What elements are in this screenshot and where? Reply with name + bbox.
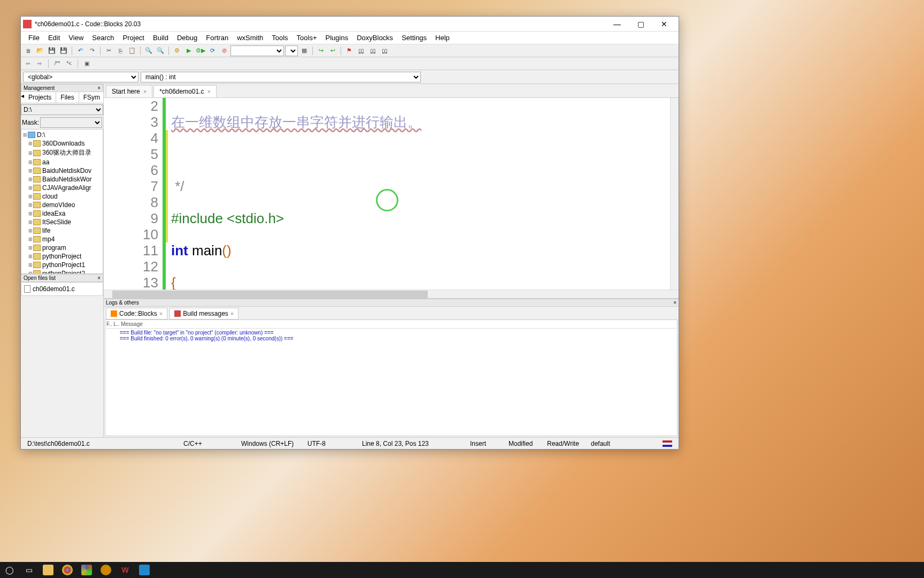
run-doc-icon[interactable]: ▣ <box>82 59 91 69</box>
save-all-icon[interactable]: 💾 <box>58 45 69 56</box>
tab-close-icon[interactable]: × <box>159 310 163 317</box>
tree-item[interactable]: ⊞BaiduNetdiskDov <box>22 166 102 175</box>
tab-close-icon[interactable]: × <box>143 88 147 95</box>
close-button[interactable]: ✕ <box>656 19 672 29</box>
open-file-item[interactable]: ch06demo01.c <box>23 284 101 294</box>
taskbar[interactable]: ◯ ▭ W <box>0 562 924 578</box>
tree-item[interactable]: ⊞360驱动大师目录 <box>22 148 102 158</box>
menu-settings[interactable]: Settings <box>397 33 431 43</box>
build-run-icon[interactable]: ⚙▶ <box>195 45 206 56</box>
app3-icon[interactable] <box>137 564 152 576</box>
menu-view[interactable]: View <box>64 33 88 43</box>
menu-file[interactable]: File <box>24 33 44 43</box>
code-content[interactable]: 在一维数组中存放一串字符并进行输出。 */ #include <stdio.h>… <box>168 98 670 290</box>
vertical-scrollbar[interactable] <box>670 98 679 290</box>
tab-close-icon[interactable]: × <box>207 88 211 95</box>
menu-search[interactable]: Search <box>88 33 118 43</box>
tree-item[interactable]: ⊞ItSecSlide <box>22 218 102 226</box>
comment2-icon[interactable]: *< <box>64 59 74 69</box>
code-area[interactable]: 234567891011121314 在一维数组中存放一串字符并进行输出。 */… <box>104 98 679 290</box>
tree-item[interactable]: ⊞ideaExa <box>22 209 102 218</box>
menu-build[interactable]: Build <box>149 33 173 43</box>
tree-item[interactable]: ⊞D:\ <box>22 131 102 139</box>
tree-item[interactable]: ⊞pythonProject <box>22 252 102 261</box>
comment-icon[interactable]: /** <box>52 59 62 69</box>
bookmark-icon[interactable]: 🕮 <box>356 45 366 56</box>
step-icon[interactable]: ↪ <box>315 45 326 56</box>
scope-function-select[interactable]: main() : int <box>141 72 421 82</box>
target-select2[interactable] <box>285 45 298 56</box>
target-select[interactable] <box>230 45 284 56</box>
maximize-button[interactable]: ▢ <box>633 19 649 29</box>
tree-item[interactable]: ⊞360Downloads <box>22 139 102 148</box>
menu-doxyblocks[interactable]: DoxyBlocks <box>352 33 397 43</box>
tool-icon[interactable]: ▦ <box>299 45 310 56</box>
open-icon[interactable]: 📂 <box>35 45 45 56</box>
horizontal-scrollbar[interactable] <box>104 290 679 298</box>
menu-fortran[interactable]: Fortran <box>202 33 233 43</box>
menu-edit[interactable]: Edit <box>44 33 64 43</box>
wps-icon[interactable]: W <box>118 564 133 576</box>
file-tree[interactable]: ⊞D:\⊞360Downloads⊞360驱动大师目录⊞aa⊞BaiduNetd… <box>21 129 103 274</box>
taskview-icon[interactable]: ▭ <box>21 564 36 576</box>
tree-item[interactable]: ⊞cloud <box>22 192 102 201</box>
bookmark2-icon[interactable]: 🕮 <box>367 45 378 56</box>
tab-files[interactable]: Files <box>56 92 79 103</box>
build-icon[interactable]: ⚙ <box>172 45 182 56</box>
editor-tab-start[interactable]: Start here × <box>106 85 152 97</box>
tree-item[interactable]: ⊞aa <box>22 158 102 166</box>
tab-close-icon[interactable]: × <box>230 310 234 317</box>
tree-item[interactable]: ⊞demoVIdeo <box>22 201 102 209</box>
tree-item[interactable]: ⊞CJAVAgradeAligr <box>22 184 102 192</box>
panel-close-icon[interactable]: × <box>97 275 101 281</box>
tree-item[interactable]: ⊞pythonProject1 <box>22 261 102 269</box>
paste-icon[interactable]: 📋 <box>127 45 137 56</box>
start-button[interactable]: ◯ <box>2 564 17 576</box>
new-file-icon[interactable]: 🗎 <box>23 45 34 56</box>
menu-debug[interactable]: Debug <box>173 33 202 43</box>
log-tab-build[interactable]: Build messages × <box>170 308 238 320</box>
panel-close-icon[interactable]: × <box>673 300 676 306</box>
tab-fsymbols[interactable]: FSym <box>79 92 105 103</box>
app-icon[interactable] <box>79 564 94 576</box>
find-icon[interactable]: 🔍 <box>143 45 154 56</box>
panel-close-icon[interactable]: × <box>97 85 101 91</box>
step2-icon[interactable]: ↩ <box>327 45 338 56</box>
redo-icon[interactable]: ↷ <box>87 45 97 56</box>
menu-project[interactable]: Project <box>119 33 149 43</box>
drive-select[interactable]: D:\ <box>21 104 103 115</box>
undo-icon[interactable]: ↶ <box>75 45 86 56</box>
app2-icon[interactable] <box>98 564 113 576</box>
cut-icon[interactable]: ✂ <box>103 45 114 56</box>
scope-global-select[interactable]: <global> <box>23 72 138 82</box>
minimize-button[interactable]: — <box>609 19 625 29</box>
menu-plugins[interactable]: Plugins <box>321 33 353 43</box>
rebuild-icon[interactable]: ⟳ <box>207 45 218 56</box>
run-icon[interactable]: ▶ <box>183 45 194 56</box>
editor-tab-file[interactable]: *ch06demo01.c × <box>153 85 217 97</box>
abort-icon[interactable]: ⊘ <box>219 45 229 56</box>
tree-item[interactable]: ⊞mp4 <box>22 235 102 244</box>
tree-item[interactable]: ⊞BaiduNetdiskWor <box>22 175 102 184</box>
replace-icon[interactable]: 🔍 <box>155 45 166 56</box>
menu-toolsplus[interactable]: Tools+ <box>292 33 321 43</box>
back-icon[interactable]: ⇦ <box>23 59 33 69</box>
logs-body[interactable]: F.. L.. Message === Build file: "no targ… <box>105 320 677 436</box>
explorer-icon[interactable] <box>41 564 56 576</box>
menu-tools[interactable]: Tools <box>267 33 292 43</box>
menu-wxsmith[interactable]: wxSmith <box>233 33 267 43</box>
bookmark3-icon[interactable]: 🕮 <box>379 45 390 56</box>
tree-item[interactable]: ⊞life <box>22 226 102 235</box>
tree-item[interactable]: ⊞pythonProject2 <box>22 269 102 274</box>
open-files-list: ch06demo01.c <box>21 282 103 296</box>
forward-icon[interactable]: ⇨ <box>35 59 44 69</box>
mask-select[interactable] <box>40 117 102 128</box>
copy-icon[interactable]: ⎘ <box>115 45 126 56</box>
flag-icon[interactable]: ⚑ <box>344 45 355 56</box>
tab-projects[interactable]: Projects <box>24 92 56 103</box>
menu-help[interactable]: Help <box>431 33 454 43</box>
log-tab-codeblocks[interactable]: Code::Blocks × <box>106 308 167 320</box>
chrome-icon[interactable] <box>60 564 75 576</box>
save-icon[interactable]: 💾 <box>47 45 57 56</box>
tree-item[interactable]: ⊞program <box>22 244 102 252</box>
